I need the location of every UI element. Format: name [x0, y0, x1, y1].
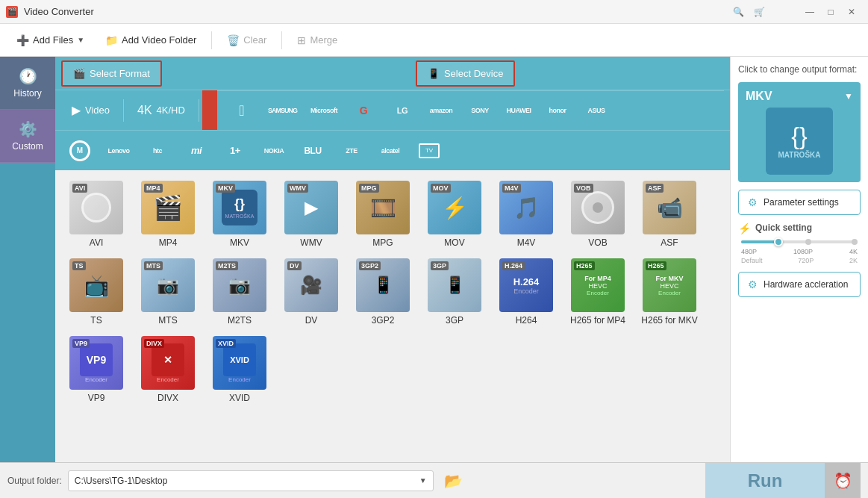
brand-alcatel[interactable]: alcatel — [372, 144, 409, 158]
format-dropdown-arrow[interactable]: ▼ — [844, 91, 853, 102]
main-layout: 🕐 History ⚙️ Custom 🎬 Select Format 📱 Se… — [0, 57, 868, 498]
4k-icon: 4K — [137, 104, 152, 117]
format-h264[interactable]: H.264 H.264 Encoder H264 — [493, 255, 560, 329]
mkv-sublabel: MATROŠKA — [778, 151, 820, 159]
output-path-box: C:\Users\TG-1\Desktop ▼ — [68, 470, 434, 491]
timer-icon: ⏰ — [834, 472, 852, 490]
video-label: Video — [85, 105, 110, 116]
mkv-icon-box: {} MATROŠKA — [766, 108, 833, 175]
cat-sep-2 — [199, 99, 199, 122]
output-path-dropdown-arrow[interactable]: ▼ — [419, 476, 427, 485]
add-files-button[interactable]: ➕ Add Files ▼ — [7, 31, 93, 50]
hardware-icon: ⚙ — [748, 278, 758, 290]
cat-sep-1 — [123, 99, 124, 122]
format-avi[interactable]: AVI AVI — [63, 178, 130, 251]
brand-amazon[interactable]: amazon — [422, 104, 460, 117]
search-button[interactable]: 🔍 — [728, 4, 749, 19]
clear-button[interactable]: 🗑️ Clear — [218, 31, 275, 50]
brand-apple[interactable]:  — [223, 99, 260, 122]
select-device-button[interactable]: 📱 Select Device — [416, 60, 515, 87]
cart-button[interactable]: 🛒 — [749, 4, 769, 19]
brand-lenovo[interactable]: Lenovo — [100, 144, 137, 158]
format-bar: 🎬 Select Format 📱 Select Device — [55, 57, 730, 90]
format-ts[interactable]: TS 📺 TS — [63, 255, 130, 329]
timer-button[interactable]: ⏰ — [825, 463, 861, 499]
sidebar-item-history[interactable]: 🕐 History — [0, 57, 55, 110]
sidebar-item-custom[interactable]: ⚙️ Custom — [0, 110, 55, 163]
brand-nokia[interactable]: NOKIA — [255, 144, 293, 158]
format-3gp2[interactable]: 3GP2 📱 3GP2 — [349, 255, 416, 329]
hardware-accel-label: Hardware accleration — [764, 279, 848, 290]
brand-sony[interactable]: SONY — [461, 104, 499, 117]
toolbar-separator-2 — [281, 31, 282, 49]
clear-label: Clear — [243, 34, 266, 46]
format-xvid[interactable]: XVID XVID Encoder XVID — [206, 333, 273, 406]
format-vp9[interactable]: VP9 VP9 Encoder VP9 — [63, 333, 130, 406]
format-3gp[interactable]: 3GP 📱 3GP — [421, 255, 488, 329]
toolbar: ➕ Add Files ▼ 📁 Add Video Folder 🗑️ Clea… — [0, 24, 868, 57]
category-4khd[interactable]: 4K 4K/HD — [127, 98, 196, 123]
format-h265-mkv[interactable]: H265 For MKV HEVC Encoder H265 for MKV — [636, 255, 703, 329]
category-video[interactable]: ▶ Video — [61, 97, 120, 123]
format-vob[interactable]: VOB VOB — [564, 178, 631, 251]
sidebar-custom-label: Custom — [12, 141, 43, 152]
click-to-change-text: Click to change output format: — [738, 64, 861, 75]
format-asf[interactable]: ASF 📹 ASF — [636, 178, 703, 251]
brand-google[interactable]: G — [345, 102, 382, 119]
hardware-accel-button[interactable]: ⚙ Hardware accleration — [738, 272, 861, 297]
toolbar-separator — [211, 31, 212, 49]
brand-microsoft[interactable]: Microsoft — [305, 104, 343, 117]
format-mts[interactable]: MTS 📷 MTS — [134, 255, 202, 329]
format-mpg[interactable]: MPG 🎞️ MPG — [349, 178, 416, 251]
dropdown-arrow-icon[interactable]: ▼ — [77, 36, 84, 44]
run-button[interactable]: Run — [705, 463, 825, 499]
brand-lg[interactable]: LG — [384, 103, 421, 118]
brand-htc[interactable]: htc — [139, 144, 176, 158]
brand-huawei[interactable]: HUAWEI — [500, 104, 537, 117]
mkv-brace: {} — [791, 124, 807, 148]
close-button[interactable]: ✕ — [841, 4, 862, 19]
format-mp4[interactable]: MP4 🎬 MP4 — [134, 178, 202, 251]
category-bar: ▶ Video 4K 4K/HD  SAMSUNG Microsoft G L… — [55, 90, 730, 130]
brand-oneplus[interactable]: 1+ — [216, 142, 254, 159]
plus-icon: ➕ — [16, 34, 29, 46]
run-label: Run — [748, 470, 783, 491]
select-format-button[interactable]: 🎬 Select Format — [61, 60, 162, 87]
brand-blu[interactable]: BLU — [294, 143, 331, 159]
maximize-button[interactable]: □ — [820, 4, 841, 19]
tv-logo: TV — [419, 143, 440, 158]
right-panel: Click to change output format: MKV ▼ {} … — [730, 57, 868, 498]
sidebar-history-label: History — [13, 88, 41, 99]
browse-folder-button[interactable]: 📂 — [440, 470, 467, 491]
brand-asus[interactable]: ASUS — [578, 104, 615, 117]
output-path-text: C:\Users\TG-1\Desktop — [75, 476, 419, 486]
brand-motorola[interactable]: M — [61, 137, 99, 164]
format-dv[interactable]: DV 🎥 DV — [278, 255, 345, 329]
format-grid: AVI AVI MP4 🎬 MP4 MKV — [55, 170, 730, 498]
quality-slider[interactable] — [741, 240, 858, 243]
brand-samsung[interactable]: SAMSUNG — [262, 104, 303, 117]
add-files-label: Add Files — [33, 34, 73, 46]
format-divx[interactable]: DIVX ✕ Encoder DIVX — [134, 333, 202, 406]
folder-icon: 📁 — [105, 34, 118, 46]
brand-mi[interactable]: mi — [178, 142, 215, 159]
quick-setting-section: ⚡ Quick setting 480P 1080P 4K — [738, 222, 861, 264]
merge-label: Merge — [310, 34, 337, 46]
format-m4v[interactable]: M4V 🎵 M4V — [493, 178, 560, 251]
brand-honor[interactable]: honor — [539, 104, 576, 117]
merge-button[interactable]: ⊞ Merge — [288, 31, 346, 50]
format-h265-mp4[interactable]: H265 For MP4 HEVC Encoder H265 for MP4 — [564, 255, 631, 329]
format-mkv[interactable]: MKV {} MATROŠKA MKV — [206, 178, 273, 251]
brand-zte[interactable]: ZTE — [333, 144, 370, 158]
format-m2ts[interactable]: M2TS 📷 M2TS — [206, 255, 273, 329]
bottom-bar: Output folder: C:\Users\TG-1\Desktop ▼ 📂… — [0, 462, 868, 498]
slider-bottom-labels: Default 720P 2K — [741, 257, 858, 264]
parameter-settings-button[interactable]: ⚙ Parameter settings — [738, 190, 861, 215]
format-mov[interactable]: MOV ⚡ MOV — [421, 178, 488, 251]
brand-tv[interactable]: TV — [410, 140, 448, 161]
minimize-button[interactable]: — — [799, 4, 820, 19]
select-format-label: Select Format — [90, 68, 150, 79]
add-folder-button[interactable]: 📁 Add Video Folder — [96, 31, 205, 50]
merge-icon: ⊞ — [297, 34, 306, 46]
format-wmv[interactable]: WMV ▶ WMV — [278, 178, 345, 251]
